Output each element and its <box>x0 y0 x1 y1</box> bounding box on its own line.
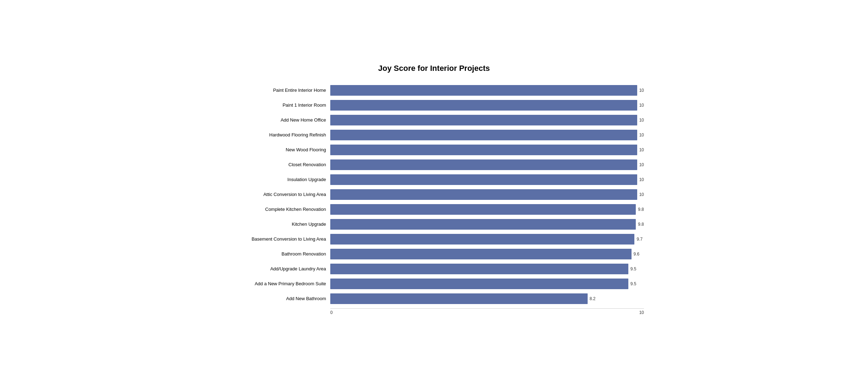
bar-label: Closet Renovation <box>224 162 330 167</box>
bar-row: New Wood Flooring10 <box>224 143 644 157</box>
bar-area: 10 <box>330 173 644 186</box>
bar-value: 10 <box>639 177 644 182</box>
bar-area: 10 <box>330 113 644 127</box>
bar-value: 9.7 <box>636 237 643 242</box>
x-axis-row: 010 <box>224 308 644 315</box>
bar-value: 9.8 <box>638 207 644 212</box>
bar <box>330 85 637 96</box>
bar-row: Basement Conversion to Living Area9.7 <box>224 232 644 246</box>
bar <box>330 189 637 200</box>
bar-row: Attic Conversion to Living Area10 <box>224 188 644 201</box>
bar <box>330 100 637 111</box>
bar-value: 9.8 <box>638 222 644 227</box>
bar <box>330 130 637 140</box>
bar-area: 10 <box>330 143 644 157</box>
bar-label: Bathroom Renovation <box>224 251 330 257</box>
bar-value: 10 <box>639 103 644 108</box>
bar-label: Basement Conversion to Living Area <box>224 236 330 242</box>
bar-area: 9.5 <box>330 262 644 276</box>
chart-title: Joy Score for Interior Projects <box>224 64 644 73</box>
chart-container: Joy Score for Interior Projects Paint En… <box>217 53 651 329</box>
bar-label: Add a New Primary Bedroom Suite <box>224 281 330 286</box>
bar-row: Add a New Primary Bedroom Suite9.5 <box>224 277 644 291</box>
bar <box>330 264 628 274</box>
bar-area: 9.7 <box>330 232 644 246</box>
bar-value: 9.5 <box>630 281 636 286</box>
bar-row: Paint 1 Interior Room10 <box>224 99 644 112</box>
bar-label: Kitchen Upgrade <box>224 221 330 227</box>
bar-value: 10 <box>639 118 644 123</box>
x-axis-label: 0 <box>330 310 333 315</box>
bar-row: Paint Entire Interior Home10 <box>224 84 644 97</box>
bar <box>330 159 637 170</box>
bar <box>330 249 632 259</box>
bar-row: Add New Bathroom8.2 <box>224 292 644 305</box>
bar-label: Add/Upgrade Laundry Area <box>224 266 330 271</box>
chart-body: Paint Entire Interior Home10Paint 1 Inte… <box>224 84 644 307</box>
bar-label: Add New Home Office <box>224 117 330 123</box>
bar-value: 10 <box>639 162 644 167</box>
bar-value: 8.2 <box>590 296 596 301</box>
bar <box>330 204 636 215</box>
bar-value: 9.6 <box>634 252 640 257</box>
bar-label: Hardwood Flooring Refinish <box>224 132 330 137</box>
bar-value: 10 <box>639 88 644 93</box>
bar <box>330 115 637 125</box>
bar-label: Paint 1 Interior Room <box>224 102 330 108</box>
bar-label: Add New Bathroom <box>224 296 330 301</box>
bar <box>330 293 588 304</box>
bar-row: Bathroom Renovation9.6 <box>224 247 644 261</box>
bar <box>330 279 628 289</box>
x-axis-label: 10 <box>639 310 644 315</box>
bar-label: Attic Conversion to Living Area <box>224 192 330 197</box>
bar-area: 9.8 <box>330 218 644 231</box>
bar-area: 10 <box>330 128 644 142</box>
bar-area: 10 <box>330 99 644 112</box>
bar-row: Kitchen Upgrade9.8 <box>224 218 644 231</box>
bar-area: 10 <box>330 158 644 172</box>
bar-area: 10 <box>330 84 644 97</box>
bar-row: Add New Home Office10 <box>224 113 644 127</box>
bar-label: Paint Entire Interior Home <box>224 88 330 93</box>
bar <box>330 174 637 185</box>
bar-value: 9.5 <box>630 266 636 271</box>
bar-area: 10 <box>330 188 644 201</box>
bar-row: Complete Kitchen Renovation9.8 <box>224 203 644 216</box>
bar-row: Insulation Upgrade10 <box>224 173 644 186</box>
bar-row: Add/Upgrade Laundry Area9.5 <box>224 262 644 276</box>
bar-area: 9.6 <box>330 247 644 261</box>
bar-label: Insulation Upgrade <box>224 177 330 182</box>
bar-label: Complete Kitchen Renovation <box>224 207 330 212</box>
bar-label: New Wood Flooring <box>224 147 330 152</box>
bar <box>330 219 636 230</box>
bar-value: 10 <box>639 133 644 137</box>
bar <box>330 145 637 155</box>
bar-value: 10 <box>639 192 644 197</box>
x-axis: 010 <box>330 308 644 315</box>
bar-row: Closet Renovation10 <box>224 158 644 172</box>
bar-area: 8.2 <box>330 292 644 305</box>
bar-row: Hardwood Flooring Refinish10 <box>224 128 644 142</box>
bar <box>330 234 634 245</box>
bar-area: 9.8 <box>330 203 644 216</box>
bar-value: 10 <box>639 147 644 152</box>
bar-area: 9.5 <box>330 277 644 291</box>
